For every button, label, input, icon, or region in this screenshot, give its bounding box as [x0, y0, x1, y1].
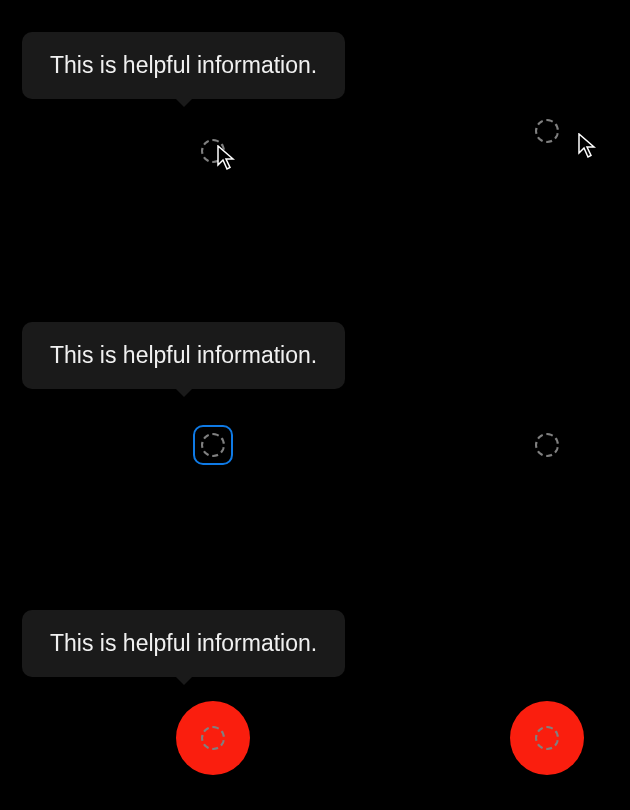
tooltip-text: This is helpful information. [50, 630, 317, 656]
tooltip: This is helpful information. [22, 610, 345, 677]
tooltip: This is helpful information. [22, 32, 345, 99]
tooltip-text: This is helpful information. [50, 52, 317, 78]
target-circle[interactable] [201, 726, 225, 750]
tooltip: This is helpful information. [22, 322, 345, 389]
cursor-icon [217, 145, 237, 171]
target-circle[interactable] [535, 726, 559, 750]
tooltip-text: This is helpful information. [50, 342, 317, 368]
target-circle[interactable] [201, 433, 225, 457]
target-circle[interactable] [535, 433, 559, 457]
target-circle[interactable] [535, 119, 559, 143]
cursor-icon [578, 133, 598, 159]
